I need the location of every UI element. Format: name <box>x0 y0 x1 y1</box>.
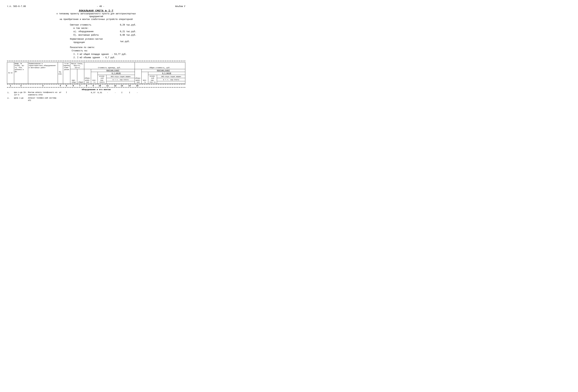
col-kvo: К-во единиц изме-рения <box>63 62 70 84</box>
row1-ed: шт <box>58 91 63 96</box>
col-num-15: 15 <box>134 85 141 87</box>
col-num-13: 13 <box>119 85 125 87</box>
col-num-1: 1 <box>7 85 14 87</box>
top-left-ref: т.п. 503-6-7.86 <box>7 5 26 8</box>
col-c7-eko: ЭКО-плуа-тация машин <box>106 75 135 78</box>
row2-mass-ed <box>70 97 77 102</box>
col-num-8: 8 <box>83 85 90 87</box>
row2-shifr: Цена з-да <box>14 97 28 102</box>
column-header-table: № пп Шифр, № позиц. пр-та, УСН, ценника … <box>7 62 185 84</box>
indicator-item2-value: - 6,7 руб. <box>103 56 115 59</box>
table-row: 1. Цен.з-да IO-127-5 Монтаж аппата телеф… <box>7 91 185 96</box>
col-num-3: 3 <box>28 85 58 87</box>
col-mass-ob: общая <box>77 69 84 84</box>
row1-mass-ob <box>77 91 83 96</box>
row1-c8-oboru: - <box>112 91 119 96</box>
col-c7-eko2: в т.ч. зар-платы <box>106 78 135 81</box>
row2-c7-mont-all <box>90 97 96 102</box>
main-title: ЛОКАЛЬНАЯ СМЕТА № I-7 <box>7 9 185 12</box>
col-numbers-row: 1 2 3 4 5 6 7 8 9 10 11 12 13 14 15 <box>7 84 185 87</box>
smetna-label: Сметная стоимость <box>70 23 119 27</box>
indicator-item2: 2. I м3 объема здания <box>73 56 100 59</box>
norm-label: Нормативная условно-чистая продукция <box>70 38 119 44</box>
row2-c8-oboru <box>112 97 119 102</box>
row1-c8-mont-eko: - <box>134 91 141 96</box>
subtitle-line3: на приобретение и монтак слаботочных уст… <box>7 18 185 21</box>
col-c7-oboru: обору-дова-ния <box>84 69 91 84</box>
b-value: 0,08 тыс.руб. <box>120 34 138 37</box>
col-c8-mont-v-tom-chisle: В Т.ЧИСЛЕ <box>148 72 185 75</box>
row1-c7-mont-all: 0,37 <box>90 91 96 96</box>
v-tom-chisle: в том числе: <box>70 27 119 30</box>
col-stoimost-ob-header: Общая стоимость, руб. <box>135 62 185 69</box>
top-right-album: Альбом У <box>175 5 185 8</box>
col-num-10: 10 <box>96 85 103 87</box>
row1-mass-ed <box>70 91 77 96</box>
col-c7-mont-v-tom-chisle: В Т.ЧИСЛЕ <box>98 72 135 75</box>
col-num-2: 2 <box>14 85 28 87</box>
data-rows-container: 1. Цен.з-да IO-127-5 Монтаж аппата телеф… <box>7 91 185 102</box>
norm-value: тыс.руб. <box>120 38 138 44</box>
dashed-divider-top <box>7 61 185 61</box>
indicator-item1: I. I м2 общей площади здания <box>73 53 109 55</box>
col-c8-spacer <box>157 81 185 84</box>
row2-c8-mont-osn <box>125 97 134 102</box>
col-c7-osn-zarp: основ-ной зар-плате <box>98 75 106 84</box>
indicators-subtitle: Стоимость на: <box>70 49 185 53</box>
col-num-14: 14 <box>125 85 134 87</box>
col-c7-mont-vsego: вое-го <box>91 72 98 84</box>
row1-kvo: I <box>63 91 70 96</box>
col-ed: Ед. изм. <box>58 62 63 84</box>
col-num-6: 6 <box>70 85 77 87</box>
col-c8-eko2: в т.ч. зар-платы <box>157 78 185 81</box>
col-c7-spacer <box>106 81 135 84</box>
row1-shifr: Цен.з-да IO-127-5 <box>14 91 28 96</box>
smetna-value: 0,29 тыс.руб. <box>120 23 138 27</box>
indicators-block: Показатели по смете: Стоимость на: I. I … <box>70 46 185 59</box>
row2-mass-ob <box>77 97 83 102</box>
cost-block: Сметная стоимость 0,29 тыс.руб. в том чи… <box>70 23 185 44</box>
col-name: Наименование и характеристика оборудован… <box>28 62 58 84</box>
row2-ed <box>58 97 63 102</box>
col-c8-osn-zarp: основ-ной зар-пла-те <box>148 75 157 84</box>
row1-num: 1. <box>7 91 14 96</box>
a-label: а). оборудование <box>70 30 119 33</box>
section-title: Оборудование и его монтаж <box>7 88 185 91</box>
row2-c7-mont-osn <box>96 97 103 102</box>
table-row: 2. Цена з-да Аппасат телефон-кий системы… <box>7 97 185 102</box>
col-stoimost-ed-header: Стоимость единицы, руб. <box>84 62 135 69</box>
indicator-item1-value: - 53,77 руб. <box>112 53 127 55</box>
col-c7-mont-header: МОНТАЖН.РАБОТ <box>91 69 135 72</box>
row1-c8-mont-osn: I <box>125 91 134 96</box>
a-value: 0,21 тыс.руб. <box>120 30 138 33</box>
subtitle-line1: к типовому проекту автозаправочного пунк… <box>7 13 185 15</box>
row2-c8-mont-eko <box>134 97 141 102</box>
col-mass-header: Масса тонны, брутто, нетто <box>70 62 84 69</box>
top-bar: т.п. 503-6-7.86 - 40 - Альбом У <box>7 5 185 8</box>
col-c8-eko: ЭКО-плуа-тация машин <box>157 75 185 78</box>
col-c8-mont-header: МОНТАЖН.РАБОТ <box>142 69 185 72</box>
row2-c8-mont-all <box>119 97 125 102</box>
col-num-4: 4 <box>58 85 63 87</box>
col-num-7: 7 <box>77 85 83 87</box>
col-mass-ed: еди-ницы <box>70 69 77 84</box>
subtitle-line2: предприятий <box>7 15 185 18</box>
row2-c7-oboru <box>83 97 90 102</box>
b-label: б). монтажные работы <box>70 34 119 37</box>
row1-name: Монтаж аппата телефонного из комплекта А… <box>28 91 58 96</box>
row1-c7-mont-osn: 0,31 <box>96 91 103 96</box>
row2-num: 2. <box>7 97 14 102</box>
row2-kvo <box>63 97 70 102</box>
title-block: ЛОКАЛЬНАЯ СМЕТА № I-7 к типовому проекту… <box>7 9 185 21</box>
top-center-page: - 40 - <box>97 5 104 8</box>
row2-name: Аппасат телефон-кий системы АТС <box>28 97 58 102</box>
col-num-9: 9 <box>90 85 96 87</box>
row2-c7-mont-eko <box>103 97 112 102</box>
col-num-5: 5 <box>63 85 70 87</box>
row1-c7-mont-eko: - <box>103 91 112 96</box>
row1-c8-mont-all: I <box>119 91 125 96</box>
row1-c7-oboru <box>83 91 90 96</box>
col-num: № пп <box>7 62 14 84</box>
col-num-11: 11 <box>103 85 112 87</box>
col-num-12: 12 <box>112 85 119 87</box>
